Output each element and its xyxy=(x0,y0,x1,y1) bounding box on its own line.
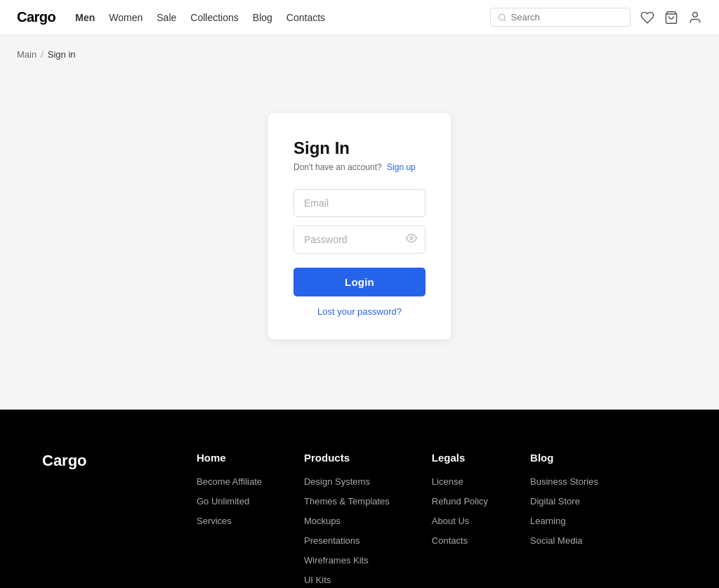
footer-col-home: Home Become Affiliate Go Unlimited Servi… xyxy=(197,452,262,586)
svg-point-0 xyxy=(499,14,505,20)
breadcrumb-home[interactable]: Main xyxy=(17,49,37,60)
email-group xyxy=(293,189,426,217)
footer-link-go-unlimited[interactable]: Go Unlimited xyxy=(197,496,249,507)
forgot-password-link[interactable]: Lost your password? xyxy=(293,306,426,317)
footer-col-legals-heading: Legals xyxy=(432,452,488,464)
search-input[interactable] xyxy=(511,12,623,22)
wishlist-icon[interactable] xyxy=(640,11,654,25)
breadcrumb-separator: / xyxy=(41,49,44,60)
footer-link-digital-store[interactable]: Digital Store xyxy=(530,496,580,507)
footer-col-blog: Blog Business Stories Digital Store Lear… xyxy=(530,452,598,586)
footer-link-ui-kits[interactable]: UI Kits xyxy=(304,575,331,585)
signin-subtext-label: Don't have an account? xyxy=(293,162,382,172)
footer-col-home-links: Become Affiliate Go Unlimited Services xyxy=(197,475,262,527)
login-button[interactable]: Login xyxy=(293,268,426,296)
footer-col-products-heading: Products xyxy=(304,452,390,464)
signup-link[interactable]: Sign up xyxy=(387,162,416,172)
signin-card: Sign In Don't have an account? Sign up L… xyxy=(268,113,451,339)
navbar: Cargo Men Women Sale Collections Blog Co… xyxy=(0,0,719,35)
svg-line-1 xyxy=(504,19,506,20)
svg-point-3 xyxy=(693,12,698,17)
footer-link-license[interactable]: License xyxy=(432,476,463,487)
navbar-links: Men Women Sale Collections Blog Contacts xyxy=(75,12,490,23)
footer-link-become-affiliate[interactable]: Become Affiliate xyxy=(197,476,262,487)
footer-link-themes-templates[interactable]: Themes & Templates xyxy=(304,496,390,507)
brand[interactable]: Cargo xyxy=(17,9,55,25)
footer-col-legals: Legals License Refund Policy About Us Co… xyxy=(432,452,488,586)
email-input[interactable] xyxy=(293,189,426,217)
footer: Cargo Home Become Affiliate Go Unlimited… xyxy=(0,410,719,588)
user-icon[interactable] xyxy=(688,11,702,25)
footer-link-about-us[interactable]: About Us xyxy=(432,516,469,526)
signin-title: Sign In xyxy=(293,138,350,158)
footer-link-mockups[interactable]: Mockups xyxy=(304,516,341,526)
search-box[interactable] xyxy=(490,8,631,27)
password-group xyxy=(293,226,426,254)
footer-brand: Cargo xyxy=(42,452,154,586)
footer-col-legals-links: License Refund Policy About Us Contacts xyxy=(432,475,488,547)
main-content: Sign In Don't have an account? Sign up L… xyxy=(0,71,719,410)
footer-top: Cargo Home Become Affiliate Go Unlimited… xyxy=(42,452,677,586)
footer-link-social-media[interactable]: Social Media xyxy=(530,535,582,546)
nav-contacts[interactable]: Contacts xyxy=(286,12,325,23)
footer-link-services[interactable]: Services xyxy=(197,516,232,526)
footer-cols: Home Become Affiliate Go Unlimited Servi… xyxy=(197,452,677,586)
breadcrumb: Main / Sign in xyxy=(0,35,719,71)
nav-sale[interactable]: Sale xyxy=(157,12,176,23)
footer-link-learning[interactable]: Learning xyxy=(530,516,566,526)
footer-col-home-heading: Home xyxy=(197,452,262,464)
footer-link-contacts[interactable]: Contacts xyxy=(432,535,468,546)
navbar-right xyxy=(490,8,702,27)
signin-header: Sign In Don't have an account? Sign up xyxy=(293,138,426,172)
password-toggle-icon[interactable] xyxy=(406,233,417,247)
footer-link-business-stories[interactable]: Business Stories xyxy=(530,476,598,487)
footer-link-presentations[interactable]: Presentations xyxy=(304,535,360,546)
nav-collections[interactable]: Collections xyxy=(190,12,238,23)
footer-link-design-systems[interactable]: Design Systems xyxy=(304,476,370,487)
nav-men[interactable]: Men xyxy=(75,12,95,23)
footer-col-blog-heading: Blog xyxy=(530,452,598,464)
nav-women[interactable]: Women xyxy=(109,12,143,23)
footer-col-products: Products Design Systems Themes & Templat… xyxy=(304,452,390,586)
breadcrumb-current: Sign in xyxy=(48,49,76,60)
nav-blog[interactable]: Blog xyxy=(253,12,272,23)
footer-col-products-links: Design Systems Themes & Templates Mockup… xyxy=(304,475,390,586)
cart-icon[interactable] xyxy=(664,11,678,25)
svg-point-4 xyxy=(410,237,413,240)
footer-link-wireframes[interactable]: Wireframes Kits xyxy=(304,555,369,566)
footer-col-blog-links: Business Stories Digital Store Learning … xyxy=(530,475,598,547)
signin-subtext: Don't have an account? Sign up xyxy=(293,162,416,172)
footer-link-refund-policy[interactable]: Refund Policy xyxy=(432,496,488,507)
search-icon xyxy=(498,13,507,22)
